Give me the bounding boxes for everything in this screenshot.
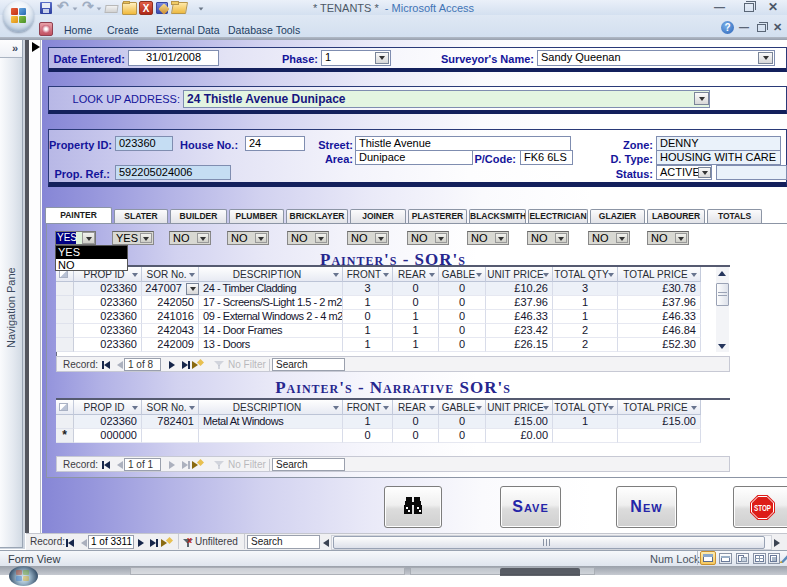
svg-text:STOP: STOP <box>754 503 771 513</box>
